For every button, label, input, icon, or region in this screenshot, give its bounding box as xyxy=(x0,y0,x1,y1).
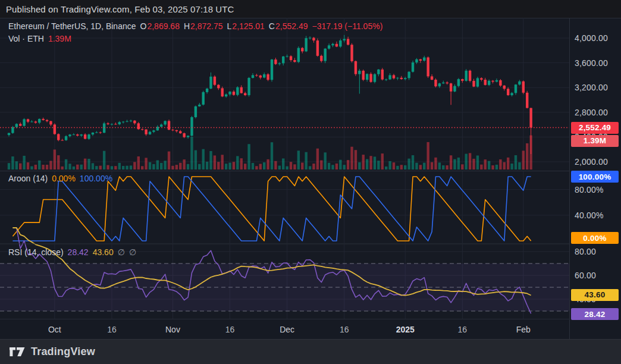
rsi-axis-label: 60.00 xyxy=(575,271,596,280)
time-axis-label-oct: Oct xyxy=(48,325,61,334)
ohlc-low: L2,125.01 xyxy=(227,21,265,31)
time-axis-label-16: 16 xyxy=(340,325,349,334)
aroon-up-badge: 0.00% xyxy=(571,232,619,244)
time-axis-label-dec: Dec xyxy=(280,325,294,334)
published-text: Published on TradingView.com, Feb 03, 20… xyxy=(6,4,234,14)
time-axis[interactable]: Oct16Nov16Dec16202516Feb xyxy=(0,319,570,340)
time-axis-label-2025: 2025 xyxy=(396,325,415,334)
aroon-up-value: 0.00% xyxy=(52,174,76,183)
main-legend[interactable]: Ethereum / TetherUS, 1D, Binance O2,869.… xyxy=(8,21,382,31)
price-axis-label: 2,000.00 xyxy=(575,157,608,167)
time-axis-label-feb: Feb xyxy=(516,325,531,334)
time-axis-label-16: 16 xyxy=(458,325,468,334)
tradingview-logo-icon[interactable] xyxy=(10,347,26,357)
aroon-legend[interactable]: Aroon (14) 0.00% 100.00% xyxy=(8,174,112,183)
rsi-ma-value: 43.60 xyxy=(93,247,114,257)
published-bar: Published on TradingView.com, Feb 03, 20… xyxy=(0,0,621,18)
ohlc-open: O2,869.68 xyxy=(140,21,180,31)
footer-bar: TradingView xyxy=(0,339,621,364)
ohlc-close: C2,552.49 xyxy=(269,21,308,31)
last-price-badge: 2,552.49 xyxy=(571,122,619,134)
price-axis-label: 3,600.00 xyxy=(575,58,608,68)
ohlc-high: H2,872.75 xyxy=(184,21,223,31)
rsi-axis-label: 80.00 xyxy=(575,247,596,256)
rsi-legend[interactable]: RSI (14, close) 28.42 43.60 ∅ ∅ xyxy=(8,247,136,257)
rsi-value: 28.42 xyxy=(68,247,89,257)
time-axis-label-16: 16 xyxy=(107,325,117,334)
rsi-empty-2: ∅ xyxy=(129,247,136,257)
volume-legend[interactable]: Vol · ETH 1.39M xyxy=(8,34,71,43)
rsi-badge: 28.42 xyxy=(571,308,619,320)
rsi-empty-1: ∅ xyxy=(118,247,125,257)
rsi-label: RSI (14, close) xyxy=(8,247,64,257)
time-axis-label-16: 16 xyxy=(225,325,235,334)
footer-brand[interactable]: TradingView xyxy=(31,346,95,358)
aroon-axis-label: 80.00% xyxy=(575,185,604,194)
tradingview-snapshot: Published on TradingView.com, Feb 03, 20… xyxy=(0,0,621,364)
price-axis-label: 2,800.00 xyxy=(575,108,608,117)
volume-label: Vol · ETH xyxy=(8,34,44,43)
aroon-down-value: 100.00% xyxy=(80,174,112,183)
price-change: −317.19 (−11.05%) xyxy=(312,21,382,31)
price-axis-label: 4,000.00 xyxy=(575,33,608,43)
aroon-label: Aroon (14) xyxy=(8,174,48,183)
time-axis-label-nov: Nov xyxy=(165,325,180,334)
aroon-axis-label: 40.00% xyxy=(575,211,604,220)
volume-value: 1.39M xyxy=(48,34,71,43)
price-axis-label: 3,200.00 xyxy=(575,83,608,92)
rsi-ma-badge: 43.60 xyxy=(571,289,619,301)
aroon-down-badge: 100.00% xyxy=(571,171,619,183)
volume-badge: 1.39M xyxy=(571,135,619,147)
symbol-title: Ethereum / TetherUS, 1D, Binance xyxy=(8,21,136,31)
